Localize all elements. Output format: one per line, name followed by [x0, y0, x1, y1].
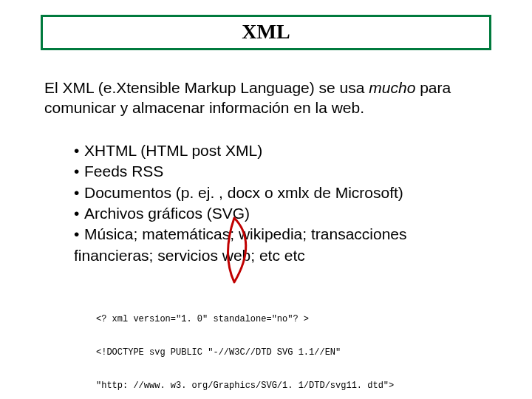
list-item-label: Documentos (p. ej. , docx o xmlx de Micr…	[84, 184, 403, 201]
list-item-label: Música; matemáticas; wikipedia; transacc…	[74, 225, 407, 263]
title-box: XML	[41, 15, 491, 50]
code-line: <? xml version="1. 0" standalone="no"? >	[96, 314, 510, 325]
bullet-icon: •	[74, 203, 84, 224]
intro-before: El XML (e.Xtensible Markup Language) se …	[44, 79, 369, 96]
intro-emph: mucho	[369, 79, 415, 96]
code-block: <? xml version="1. 0" standalone="no"? >…	[96, 292, 510, 399]
bullet-list: •XHTML (HTML post XML) •Feeds RSS •Docum…	[74, 140, 488, 266]
code-line: <!DOCTYPE svg PUBLIC "-//W3C//DTD SVG 1.…	[96, 347, 510, 358]
bullet-icon: •	[74, 161, 84, 182]
slide-title: XML	[43, 20, 489, 44]
list-item: •Música; matemáticas; wikipedia; transac…	[74, 224, 488, 266]
slide: XML El XML (e.Xtensible Markup Language)…	[0, 0, 532, 399]
list-item-label: Feeds RSS	[84, 163, 163, 180]
intro-paragraph: El XML (e.Xtensible Markup Language) se …	[44, 78, 488, 118]
bullet-icon: •	[74, 183, 84, 203]
bullet-icon: •	[74, 140, 84, 161]
list-item-label: Archivos gráficos (SVG)	[84, 205, 250, 222]
bullet-icon: •	[74, 224, 84, 245]
list-item: •XHTML (HTML post XML)	[74, 140, 488, 161]
list-item: •Documentos (p. ej. , docx o xmlx de Mic…	[74, 183, 488, 203]
list-item: •Feeds RSS	[74, 161, 488, 182]
list-item-label: XHTML (HTML post XML)	[84, 142, 262, 159]
code-line: "http: //www. w3. org/Graphics/SVG/1. 1/…	[96, 381, 510, 392]
list-item: •Archivos gráficos (SVG)	[74, 203, 488, 224]
